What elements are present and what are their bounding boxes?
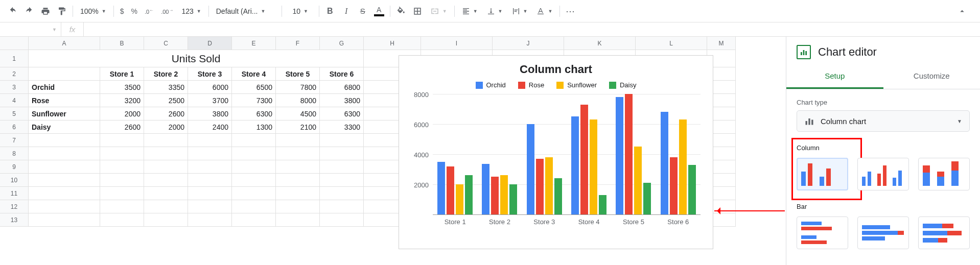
cell-C9[interactable] [144, 160, 188, 174]
cell-C6[interactable]: 2000 [144, 121, 188, 134]
cell-B4[interactable]: 3200 [100, 94, 144, 107]
embedded-chart[interactable]: Column chart OrchidRoseSunflowerDaisy 20… [399, 55, 713, 249]
cell-D4[interactable]: 3700 [188, 94, 232, 107]
cell-F10[interactable] [276, 174, 320, 187]
decrease-decimal-button[interactable]: .0← [142, 7, 157, 15]
thumb-bar-grouped[interactable] [857, 216, 909, 249]
cell-D2[interactable]: Store 3 [188, 67, 232, 81]
col-header-G[interactable]: G [320, 37, 364, 50]
thumb-column-chart[interactable] [797, 158, 848, 190]
cell-C7[interactable] [144, 134, 188, 147]
cell-E13[interactable] [232, 213, 276, 227]
cell-E7[interactable] [232, 134, 276, 147]
cell-B7[interactable] [100, 134, 144, 147]
cell-D6[interactable]: 2400 [188, 121, 232, 134]
cell-G11[interactable] [320, 187, 364, 200]
col-header-H[interactable]: H [364, 37, 421, 50]
cell-G3[interactable]: 6800 [320, 81, 364, 94]
tab-setup[interactable]: Setup [786, 64, 883, 89]
cell-G5[interactable]: 6300 [320, 107, 364, 121]
paint-format-button[interactable] [54, 4, 69, 19]
cell-G10[interactable] [320, 174, 364, 187]
text-rotation-button[interactable]: ▼ [532, 4, 556, 19]
cell-E10[interactable] [232, 174, 276, 187]
redo-button[interactable] [21, 4, 37, 19]
cell-B13[interactable] [100, 213, 144, 227]
cell-B5[interactable]: 2000 [100, 107, 144, 121]
cell-A8[interactable] [29, 147, 100, 160]
cell-A3[interactable]: Orchid [29, 81, 100, 94]
merge-button[interactable]: ▼ [426, 4, 451, 19]
cell-E8[interactable] [232, 147, 276, 160]
text-wrap-button[interactable]: ▼ [508, 4, 532, 19]
thumb-bar-chart[interactable] [797, 216, 848, 249]
cell-B3[interactable]: 3500 [100, 81, 144, 94]
cell-F9[interactable] [276, 160, 320, 174]
cell-G2[interactable]: Store 6 [320, 67, 364, 81]
col-header-F[interactable]: F [276, 37, 320, 50]
font-size-select[interactable]: 10▼ [285, 4, 316, 19]
cell-G8[interactable] [320, 147, 364, 160]
cell-C2[interactable]: Store 2 [144, 67, 188, 81]
cell-A12[interactable] [29, 200, 100, 213]
cell-A4[interactable]: Rose [29, 94, 100, 107]
cell-A2[interactable] [29, 67, 100, 81]
cell-A6[interactable]: Daisy [29, 121, 100, 134]
name-box[interactable]: ▼ [0, 22, 61, 36]
cell-D3[interactable]: 6000 [188, 81, 232, 94]
cell-F13[interactable] [276, 213, 320, 227]
formula-input[interactable] [84, 22, 980, 36]
cell-D5[interactable]: 3800 [188, 107, 232, 121]
cell-C4[interactable]: 2500 [144, 94, 188, 107]
cell-E11[interactable] [232, 187, 276, 200]
cell-G12[interactable] [320, 200, 364, 213]
cell-E9[interactable] [232, 160, 276, 174]
italic-button[interactable]: I [339, 4, 354, 19]
cell-C13[interactable] [144, 213, 188, 227]
col-header-A[interactable]: A [29, 37, 100, 50]
cell-D10[interactable] [188, 174, 232, 187]
col-header-M[interactable]: M [707, 37, 736, 50]
horizontal-align-button[interactable]: ▼ [458, 4, 482, 19]
col-header-L[interactable]: L [636, 37, 707, 50]
cell-B9[interactable] [100, 160, 144, 174]
more-formats-button[interactable]: 123▼ [177, 4, 205, 19]
cell-C12[interactable] [144, 200, 188, 213]
row-header-9[interactable]: 9 [0, 160, 29, 174]
cell-D8[interactable] [188, 147, 232, 160]
row-header-5[interactable]: 5 [0, 107, 29, 121]
cell-F3[interactable]: 7800 [276, 81, 320, 94]
cell-G13[interactable] [320, 213, 364, 227]
cell-D7[interactable] [188, 134, 232, 147]
row-header-7[interactable]: 7 [0, 134, 29, 147]
cell-B8[interactable] [100, 147, 144, 160]
spreadsheet-grid[interactable]: ABCDEFGHIJKLM1Units Sold2Store 1Store 2S… [0, 37, 786, 265]
col-header-K[interactable]: K [564, 37, 636, 50]
cell-G7[interactable] [320, 134, 364, 147]
row-header-13[interactable]: 13 [0, 213, 29, 227]
cell-F11[interactable] [276, 187, 320, 200]
col-header-D[interactable]: D [188, 37, 232, 50]
cell-C8[interactable] [144, 147, 188, 160]
cell-E5[interactable]: 6300 [232, 107, 276, 121]
row-header-3[interactable]: 3 [0, 81, 29, 94]
strikethrough-button[interactable]: S [355, 4, 370, 19]
cell-A9[interactable] [29, 160, 100, 174]
row-header-10[interactable]: 10 [0, 174, 29, 187]
row-header-6[interactable]: 6 [0, 121, 29, 134]
increase-decimal-button[interactable]: .00→ [158, 7, 176, 15]
col-header-J[interactable]: J [493, 37, 564, 50]
cell-A5[interactable]: Sunflower [29, 107, 100, 121]
row-header-2[interactable]: 2 [0, 67, 29, 81]
cell-title[interactable]: Units Sold [29, 50, 364, 67]
cell-F4[interactable]: 8000 [276, 94, 320, 107]
cell-G6[interactable]: 3300 [320, 121, 364, 134]
cell-F7[interactable] [276, 134, 320, 147]
cell-B10[interactable] [100, 174, 144, 187]
zoom-select[interactable]: 100%▼ [76, 4, 110, 19]
row-header-11[interactable]: 11 [0, 187, 29, 200]
cell-A10[interactable] [29, 174, 100, 187]
cell-C10[interactable] [144, 174, 188, 187]
text-color-button[interactable]: A [371, 4, 387, 19]
cell-F2[interactable]: Store 5 [276, 67, 320, 81]
